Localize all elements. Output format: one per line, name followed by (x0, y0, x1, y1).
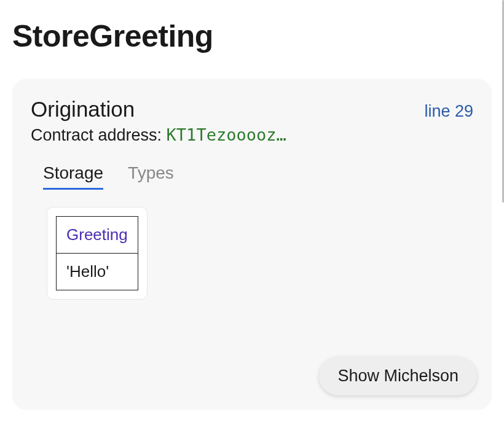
show-michelson-button[interactable]: Show Michelson (319, 357, 477, 395)
line-link[interactable]: line 29 (424, 102, 473, 121)
tabs: Storage Types (31, 163, 473, 190)
table-row: Greeting (57, 217, 138, 254)
storage-box: Greeting 'Hello' (47, 207, 148, 300)
storage-table: Greeting 'Hello' (56, 216, 138, 290)
card-title: Origination (31, 97, 135, 122)
storage-key: Greeting (57, 217, 138, 254)
tab-types[interactable]: Types (128, 163, 174, 190)
contract-address-value[interactable]: KT1Tezooooz… (167, 125, 286, 144)
page-title: StoreGreeting (12, 18, 492, 54)
tab-storage[interactable]: Storage (43, 163, 103, 190)
card-header: Origination line 29 (31, 97, 473, 122)
contract-address-label: Contract address: (31, 126, 167, 144)
storage-value: 'Hello' (57, 254, 138, 290)
origination-card: Origination line 29 Contract address: KT… (12, 79, 492, 410)
table-row: 'Hello' (57, 254, 138, 290)
contract-address-row: Contract address: KT1Tezooooz… (31, 125, 473, 145)
